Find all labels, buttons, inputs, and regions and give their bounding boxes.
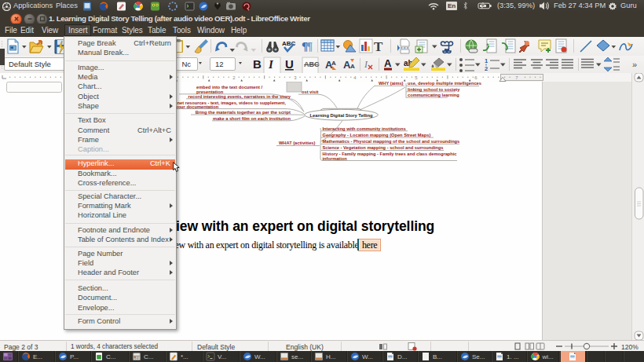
svg-text:use, develop multiple intellig: use, develop multiple intelligences xyxy=(408,82,481,86)
svg-text:ost visit: ost visit xyxy=(302,90,319,94)
svg-text:B: B xyxy=(253,57,262,71)
svg-text:ABC: ABC xyxy=(304,60,320,68)
svg-text:»: » xyxy=(632,60,637,69)
svg-text:Science - Vegetation mapping -: Science - Vegetation mapping - school an… xyxy=(323,145,444,150)
svg-text:A: A xyxy=(331,60,336,67)
svg-text:Interacting with community ins: Interacting with community institutions xyxy=(323,126,406,131)
svg-text:U: U xyxy=(285,57,294,71)
svg-text:I: I xyxy=(268,58,274,71)
svg-text:A: A xyxy=(384,57,392,69)
svg-text:¶: ¶ xyxy=(306,40,313,53)
svg-text:Geography - Location mapping (: Geography - Location mapping (Open Stree… xyxy=(323,133,431,137)
svg-text:linking school to society: linking school to society xyxy=(408,87,460,92)
svg-text:En: En xyxy=(448,2,456,9)
svg-text:information: information xyxy=(323,156,348,161)
svg-text:Learning Digital Story Telling: Learning Digital Story Telling xyxy=(309,113,373,118)
svg-text:WHY (aims): WHY (aims) xyxy=(379,82,404,86)
svg-text:WHAT (activities): WHAT (activities) xyxy=(279,141,315,145)
svg-text:T: T xyxy=(374,39,383,54)
svg-text:A: A xyxy=(350,63,355,70)
svg-text:record interesting events, nar: record interesting events, narratives in… xyxy=(188,94,291,99)
svg-text:t your documentation: t your documentation xyxy=(173,104,219,109)
svg-text:I: I xyxy=(364,59,368,70)
svg-text:make a short film on each inst: make a short film on each institution xyxy=(213,116,291,121)
svg-text:ABC: ABC xyxy=(282,40,296,47)
svg-text:presentation: presentation xyxy=(196,90,224,94)
svg-text:1: 1 xyxy=(485,57,488,64)
svg-text:2: 2 xyxy=(485,65,488,72)
svg-text:Mathematics - Physical mapping: Mathematics - Physical mapping of the sc… xyxy=(323,139,460,144)
svg-text:Bring the materials together a: Bring the materials together as per the … xyxy=(196,110,291,115)
svg-text:communicating learning: communicating learning xyxy=(408,93,459,97)
